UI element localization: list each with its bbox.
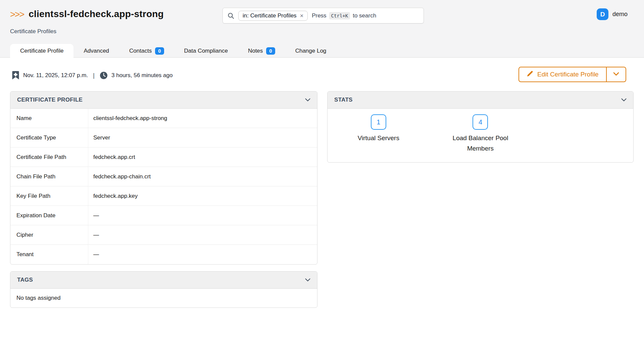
table-row: Tenant — bbox=[10, 245, 317, 264]
created-date: Nov. 11, 2025, 12:07 p.m. bbox=[23, 72, 88, 79]
stat-label: Virtual Servers bbox=[358, 133, 399, 143]
row-label: Tenant bbox=[10, 245, 88, 264]
panel-title: STATS bbox=[334, 97, 353, 103]
page-title: clientssl-fedcheck.app-strong bbox=[29, 9, 164, 19]
tab-label: Contacts bbox=[129, 48, 152, 54]
row-value: Server bbox=[88, 128, 317, 147]
certificate-profile-table: Name clientssl-fedcheck.app-strong Certi… bbox=[10, 109, 317, 264]
row-value: fedcheck.app.crt bbox=[88, 148, 317, 167]
row-value: clientssl-fedcheck.app-strong bbox=[88, 109, 317, 128]
tab-label: Notes bbox=[248, 48, 263, 54]
avatar[interactable]: D bbox=[597, 8, 608, 20]
edit-more-actions-button[interactable] bbox=[606, 67, 626, 81]
stat-count[interactable]: 4 bbox=[473, 114, 488, 130]
tab-certificate-profile[interactable]: Certificate Profile bbox=[10, 44, 73, 58]
certificate-profile-panel-header[interactable]: CERTIFICATE PROFILE bbox=[10, 92, 317, 109]
tab-notes-count-badge: 0 bbox=[266, 47, 275, 55]
tab-label: Advanced bbox=[84, 48, 109, 54]
stat-count[interactable]: 1 bbox=[371, 114, 386, 130]
user-menu[interactable]: D demo bbox=[597, 8, 628, 20]
row-label: Chain File Path bbox=[10, 167, 88, 186]
tab-data-compliance[interactable]: Data Compliance bbox=[174, 44, 238, 58]
tab-label: Data Compliance bbox=[184, 48, 228, 54]
row-value: fedcheck.app.key bbox=[88, 186, 317, 206]
table-row: Expiration Date — bbox=[10, 206, 317, 225]
stats-panel: STATS 1 Virtual Servers 4 Load Balancer … bbox=[327, 91, 634, 163]
meta-separator: | bbox=[92, 72, 96, 79]
chevron-down-icon bbox=[613, 71, 619, 77]
edit-split-button: Edit Certificate Profile bbox=[518, 67, 626, 82]
row-value: — bbox=[88, 245, 317, 264]
page-title-group: >>> clientssl-fedcheck.app-strong bbox=[10, 9, 164, 19]
row-value: — bbox=[88, 206, 317, 225]
row-value: fedcheck.app-chain.crt bbox=[88, 167, 317, 186]
tab-advanced[interactable]: Advanced bbox=[73, 44, 119, 58]
chevron-down-icon[interactable] bbox=[305, 97, 310, 103]
clock-icon bbox=[100, 71, 108, 79]
stats-panel-header[interactable]: STATS bbox=[328, 92, 633, 109]
pencil-icon bbox=[527, 70, 534, 79]
table-row: Key File Path fedcheck.app.key bbox=[10, 186, 317, 206]
table-row: Cipher — bbox=[10, 225, 317, 245]
certificate-profile-panel: CERTIFICATE PROFILE Name clientssl-fedch… bbox=[10, 91, 317, 265]
tab-label: Certificate Profile bbox=[20, 48, 63, 54]
title-chevrons-icon: >>> bbox=[10, 9, 24, 19]
tab-label: Change Log bbox=[295, 48, 327, 54]
breadcrumb[interactable]: Certificate Profiles bbox=[10, 28, 56, 35]
chevron-down-icon[interactable] bbox=[621, 97, 627, 103]
row-value: — bbox=[88, 225, 317, 244]
edit-certificate-profile-button[interactable]: Edit Certificate Profile bbox=[519, 67, 606, 81]
panel-title: TAGS bbox=[17, 277, 33, 283]
record-meta-row: Nov. 11, 2025, 12:07 p.m. | 3 hours, 56 … bbox=[12, 71, 172, 80]
search-filter-chip-label: in: Certificate Profiles bbox=[243, 12, 297, 19]
row-label: Key File Path bbox=[10, 186, 88, 206]
search-hint: Press Ctrl+K to search bbox=[312, 12, 376, 19]
stat-virtual-servers[interactable]: 1 Virtual Servers bbox=[328, 114, 430, 154]
row-label: Certificate File Path bbox=[10, 148, 88, 167]
edit-button-label: Edit Certificate Profile bbox=[537, 71, 599, 78]
tab-contacts-count-badge: 0 bbox=[155, 47, 164, 55]
chip-close-icon[interactable]: × bbox=[300, 13, 304, 19]
global-search-input[interactable]: in: Certificate Profiles × Press Ctrl+K … bbox=[222, 8, 424, 23]
search-filter-chip[interactable]: in: Certificate Profiles × bbox=[238, 11, 308, 21]
header-band: >>> clientssl-fedcheck.app-strong Certif… bbox=[0, 0, 644, 58]
row-label: Name bbox=[10, 109, 88, 128]
tab-bar: Certificate Profile Advanced Contacts 0 … bbox=[10, 44, 336, 58]
stat-label: Load Balancer Pool Members bbox=[447, 133, 514, 154]
keyboard-shortcut-badge: Ctrl+K bbox=[329, 12, 350, 19]
search-hint-press: Press bbox=[312, 12, 326, 19]
time-ago: 3 hours, 56 minutes ago bbox=[111, 72, 172, 79]
table-row: Certificate Type Server bbox=[10, 128, 317, 148]
row-label: Expiration Date bbox=[10, 206, 88, 225]
bookmark-plus-icon bbox=[12, 71, 19, 80]
tab-contacts[interactable]: Contacts 0 bbox=[119, 44, 174, 58]
chevron-down-icon[interactable] bbox=[305, 277, 310, 283]
table-row: Certificate File Path fedcheck.app.crt bbox=[10, 148, 317, 167]
tags-empty-state: No tags assigned bbox=[10, 289, 317, 307]
tab-notes[interactable]: Notes 0 bbox=[238, 44, 285, 58]
tags-panel-header[interactable]: TAGS bbox=[10, 272, 317, 289]
row-label: Cipher bbox=[10, 225, 88, 244]
stat-load-balancer-pool-members[interactable]: 4 Load Balancer Pool Members bbox=[430, 114, 532, 154]
search-icon bbox=[228, 12, 234, 19]
stats-body: 1 Virtual Servers 4 Load Balancer Pool M… bbox=[328, 109, 633, 162]
user-name: demo bbox=[612, 11, 628, 18]
table-row: Chain File Path fedcheck.app-chain.crt bbox=[10, 167, 317, 186]
tags-panel: TAGS No tags assigned bbox=[10, 271, 317, 308]
table-row: Name clientssl-fedcheck.app-strong bbox=[10, 109, 317, 128]
panel-title: CERTIFICATE PROFILE bbox=[17, 97, 83, 103]
search-hint-suffix: to search bbox=[353, 12, 376, 19]
row-label: Certificate Type bbox=[10, 128, 88, 147]
tab-change-log[interactable]: Change Log bbox=[285, 44, 337, 58]
